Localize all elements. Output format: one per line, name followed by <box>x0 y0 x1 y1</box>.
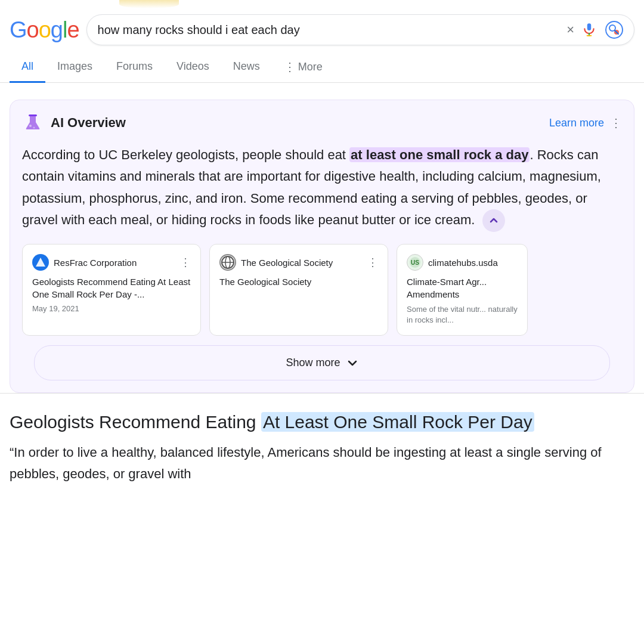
svg-rect-5 <box>29 114 37 116</box>
geological-logo <box>219 254 236 271</box>
flask-icon <box>22 112 44 134</box>
top-bar: Google how many rocks should i eat each … <box>0 8 644 51</box>
climatehubs-snippet: Some of the vital nutr... naturally in r… <box>407 304 518 326</box>
ai-overview-header: AI Overview Learn more ⋮ <box>22 112 622 134</box>
ai-overview-title: AI Overview <box>51 115 126 131</box>
ai-overview-left: AI Overview <box>22 112 126 134</box>
source-card-2-options[interactable]: ⋮ <box>367 256 378 269</box>
tab-videos[interactable]: Videos <box>165 52 221 83</box>
google-logo[interactable]: Google <box>10 18 79 41</box>
result-title-highlight: At Least One Small Rock Per Day <box>261 412 534 432</box>
ai-overview: AI Overview Learn more ⋮ According to UC… <box>10 100 634 393</box>
ai-overview-options-icon[interactable]: ⋮ <box>610 116 622 130</box>
logo-g: G <box>10 17 27 42</box>
result-snippet: “In order to live a healthy, balanced li… <box>10 442 634 484</box>
source-card-resfrac[interactable]: ResFrac Corporation ⋮ Geologists Recomme… <box>22 244 201 336</box>
resfrac-article-title: Geologists Recommend Eating At Least One… <box>32 275 191 301</box>
nav-tabs: All Images Forums Videos News ⋮ More <box>0 51 644 83</box>
collapse-button[interactable] <box>482 209 505 232</box>
tab-forums[interactable]: Forums <box>104 52 165 83</box>
chevron-down-icon <box>346 357 358 369</box>
lens-icon[interactable] <box>605 21 623 39</box>
highlight-at-least: at least one small rock a day <box>349 147 530 162</box>
geological-article-title: The Geological Society <box>219 275 378 288</box>
resfrac-logo <box>32 254 49 271</box>
climatehubs-logo: US <box>407 254 423 271</box>
search-bar[interactable]: how many rocks should i eat each day × <box>86 14 634 45</box>
tab-all[interactable]: All <box>10 52 45 83</box>
svg-point-7 <box>33 127 35 129</box>
search-result: Geologists Recommend Eating At Least One… <box>0 394 644 484</box>
result-title: Geologists Recommend Eating At Least One… <box>10 410 634 434</box>
source-card-geological[interactable]: The Geological Society ⋮ The Geological … <box>209 244 388 336</box>
tab-more[interactable]: ⋮ More <box>272 51 335 82</box>
svg-rect-0 <box>587 23 592 30</box>
learn-more-link[interactable]: Learn more <box>549 117 604 129</box>
tab-news[interactable]: News <box>221 52 272 83</box>
clear-icon[interactable]: × <box>566 22 574 38</box>
resfrac-date: May 19, 2021 <box>32 304 191 313</box>
climatehubs-name: climatehubs.usda <box>428 258 498 268</box>
ai-overview-content: According to UC Berkeley geologists, peo… <box>22 144 622 232</box>
source-card-header-3: US climatehubs.usda <box>407 254 518 271</box>
svg-marker-8 <box>36 258 45 267</box>
resfrac-name: ResFrac Corporation <box>54 258 137 268</box>
climatehubs-article-title: Climate-Smart Agr... Amendments <box>407 275 518 301</box>
svg-point-6 <box>29 125 32 127</box>
mic-icon[interactable] <box>581 22 597 38</box>
search-input[interactable]: how many rocks should i eat each day <box>98 23 560 37</box>
svg-text:US: US <box>411 259 419 266</box>
search-icons <box>581 21 623 39</box>
source-card-header-2: The Geological Society ⋮ <box>219 254 378 271</box>
ai-overview-right: Learn more ⋮ <box>549 116 622 130</box>
tab-images[interactable]: Images <box>45 52 104 83</box>
source-card-header-1: ResFrac Corporation ⋮ <box>32 254 191 271</box>
geological-name: The Geological Society <box>241 258 333 268</box>
source-cards: ResFrac Corporation ⋮ Geologists Recomme… <box>10 244 634 336</box>
source-card-1-options[interactable]: ⋮ <box>180 256 191 269</box>
source-card-climatehubs[interactable]: US climatehubs.usda Climate-Smart Agr...… <box>397 244 528 336</box>
show-more-button[interactable]: Show more <box>34 345 610 380</box>
